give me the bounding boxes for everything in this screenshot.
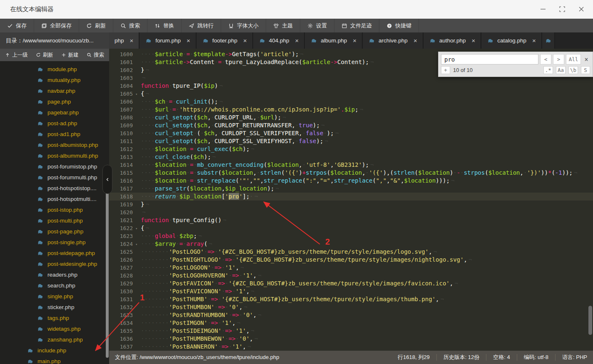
- code-line-1604[interactable]: 1604function·tpure_IP($ip): [109, 82, 593, 90]
- code-line-1633[interactable]: 1633········'PostRANDTHUMBON'·=>·'0',: [109, 311, 593, 319]
- code-line-content[interactable]: {: [138, 224, 149, 232]
- file-item[interactable]: page.php: [0, 96, 109, 107]
- code-line-1616[interactable]: 1616····$location·=·str_replace('"',"",s…: [109, 177, 593, 185]
- tab-author[interactable]: author.php×: [424, 32, 482, 49]
- file-item[interactable]: sticker.php: [0, 302, 109, 312]
- code-line-content[interactable]: ····global·$zbp;: [138, 232, 202, 240]
- code-line-content[interactable]: ········'PostFAVICONON'·=>·'1',: [138, 287, 254, 295]
- file-item[interactable]: module.php: [0, 64, 109, 74]
- code-line-1621[interactable]: 1621function·tpure_Config(): [109, 216, 593, 224]
- code-line-1611[interactable]: 1611····curl_setopt($ch,·CURLOPT_SSL_VER…: [109, 137, 593, 145]
- code-line-content[interactable]: [138, 208, 145, 216]
- code-line-1636[interactable]: 1636········'PostTHUMBNEWON'·=>·'0',: [109, 335, 593, 343]
- file-item[interactable]: single.php: [0, 291, 109, 302]
- file-item[interactable]: post-ad1.php: [0, 129, 109, 139]
- code-line-content[interactable]: }: [138, 66, 149, 74]
- fold-marker-icon[interactable]: ▾: [135, 90, 137, 98]
- file-item[interactable]: main.php: [0, 356, 109, 364]
- file-item[interactable]: post-page.php: [0, 226, 109, 237]
- code-line-content[interactable]: ········'PostRANDTHUMBON'·=>·'0',: [138, 311, 262, 319]
- code-line-content[interactable]: ····$location·=·substr($location,·strlen…: [138, 169, 577, 177]
- sidebar-scrollbar-thumb[interactable]: [106, 173, 109, 358]
- file-item[interactable]: post-single.php: [0, 237, 109, 248]
- fold-marker-icon[interactable]: ▾: [135, 225, 137, 233]
- toolbar-button-save-all[interactable]: 全部保存: [34, 19, 79, 32]
- code-line-1624[interactable]: 1624▾····$array·=·array(: [109, 240, 593, 248]
- search-case-toggle[interactable]: Aa: [556, 66, 566, 74]
- file-item[interactable]: mutuality.php: [0, 74, 109, 85]
- tab-archive[interactable]: archive.php×: [363, 32, 424, 49]
- file-item[interactable]: navbar.php: [0, 85, 109, 96]
- code-line-1627[interactable]: 1627········'PostLOGOON'·=>·'1',: [109, 264, 593, 272]
- sidebar-action-search[interactable]: 搜索: [87, 52, 104, 59]
- tab-overflow[interactable]: [542, 32, 555, 49]
- code-line-content[interactable]: }: [138, 201, 149, 208]
- code-line-content[interactable]: function·tpure_Config(): [138, 216, 226, 224]
- code-line-content[interactable]: ····parse_str($location,$ip_location);: [138, 185, 279, 193]
- code-line-1630[interactable]: 1630········'PostFAVICONON'·=>·'1',: [109, 287, 593, 295]
- toolbar-button-replace[interactable]: 替换: [147, 19, 182, 32]
- tab-album[interactable]: album.php×: [305, 32, 363, 49]
- search-selection-toggle[interactable]: S: [581, 66, 590, 74]
- code-line-1628[interactable]: 1628········'PostLOGOHOVERON'·=>·'1',: [109, 272, 593, 280]
- file-item[interactable]: pagebar.php: [0, 107, 109, 118]
- code-line-content[interactable]: ········'PostFAVICON'·=>·'{#ZC_BLOG_HOST…: [138, 280, 458, 287]
- code-line-1625[interactable]: 1625········'PostLOGO'·=>·'{#ZC_BLOG_HOS…: [109, 248, 593, 256]
- tab-close-icon[interactable]: ×: [187, 37, 190, 44]
- tab-close-icon[interactable]: ×: [532, 37, 536, 44]
- code-line-content[interactable]: ····$location·=·str_replace('"',"",str_r…: [138, 177, 454, 185]
- code-line-1632[interactable]: 1632········'PostTHUMBON'·=>·'0',: [109, 303, 593, 311]
- code-line-content[interactable]: ····curl_setopt($ch,·CURLOPT_RETURNTRANS…: [138, 121, 324, 129]
- code-line-1620[interactable]: 1620: [109, 208, 593, 216]
- file-item[interactable]: post-albumistop.php: [0, 139, 109, 150]
- code-line-1614[interactable]: 1614····$location·=·mb_convert_encoding(…: [109, 161, 593, 169]
- code-line-content[interactable]: ····$location·=·curl_exec($ch);: [138, 145, 254, 153]
- toolbar-button-save[interactable]: 保存: [0, 19, 34, 32]
- sidebar-collapse-handle[interactable]: [102, 165, 112, 194]
- tab-close-icon[interactable]: ×: [353, 37, 356, 44]
- toolbar-button-settings[interactable]: 设置: [300, 19, 334, 32]
- tab-close-icon[interactable]: ×: [130, 37, 134, 44]
- code-line-content[interactable]: ····curl_setopt($ch,·CURLOPT_SSL_VERIFYH…: [138, 137, 328, 145]
- code-line-content[interactable]: ········'PostTHUMBON'·=>·'0',: [138, 303, 247, 311]
- minimize-icon[interactable]: [540, 6, 546, 12]
- code-line-content[interactable]: ····curl_setopt($ch,·CURLOPT_URL,·$url);: [138, 114, 286, 121]
- tab-404[interactable]: 404.php×: [253, 32, 305, 49]
- code-line-1607[interactable]: 1607····$url·=·'https://whois.pconline.c…: [109, 106, 593, 114]
- code-editor[interactable]: 1600····$article·=·$template->GetTags('a…: [109, 49, 593, 351]
- code-line-content[interactable]: ····$ch·=·curl_init();: [138, 98, 223, 106]
- fold-marker-icon[interactable]: ▾: [135, 240, 137, 248]
- editor-scrollbar-thumb[interactable]: [588, 306, 592, 335]
- code-line-content[interactable]: ········'PostIMGON'·=>·'1',: [138, 319, 240, 327]
- file-item[interactable]: post-forumistop.php: [0, 161, 109, 172]
- tab-footer[interactable]: footer.php×: [197, 32, 253, 49]
- code-line-content[interactable]: [138, 74, 145, 82]
- file-item[interactable]: post-hotspotmulti....: [0, 193, 109, 204]
- tab-catalog[interactable]: catalog.php×: [481, 32, 542, 49]
- code-line-1617[interactable]: 1617····parse_str($location,$ip_location…: [109, 185, 593, 193]
- code-line-content[interactable]: ········'PostLOGO'·=>·'{#ZC_BLOG_HOST#}z…: [138, 248, 437, 256]
- file-item[interactable]: post-istop.php: [0, 204, 109, 215]
- code-line-content[interactable]: ········'PostSIDEIMGON'·=>·'1',: [138, 327, 254, 335]
- search-close-icon[interactable]: ×: [583, 54, 590, 64]
- search-all-button[interactable]: All: [566, 54, 581, 64]
- file-item[interactable]: search.php: [0, 280, 109, 291]
- code-line-content[interactable]: ····$article·=·$template->GetTags('artic…: [138, 50, 304, 58]
- code-line-content[interactable]: ····$location·=·mb_convert_encoding($loc…: [138, 161, 374, 169]
- tab-close-icon[interactable]: ×: [471, 37, 475, 44]
- code-line-1637[interactable]: 1637········'PostBANNERON'·=>·'1',: [109, 343, 593, 351]
- search-word-toggle[interactable]: \b: [568, 66, 578, 74]
- toolbar-button-goto-line[interactable]: 跳转行: [182, 19, 221, 32]
- code-line-1635[interactable]: 1635········'PostSIDEIMGON'·=>·'1',: [109, 327, 593, 335]
- code-line-1619[interactable]: 1619}: [109, 201, 593, 208]
- code-line-1605[interactable]: 1605▾{: [109, 90, 593, 98]
- code-line-1612[interactable]: 1612····$location·=·curl_exec($ch);: [109, 145, 593, 153]
- tab-close-icon[interactable]: ×: [295, 37, 299, 44]
- code-line-content[interactable]: {: [138, 90, 149, 98]
- file-item[interactable]: widetags.php: [0, 323, 109, 334]
- file-item[interactable]: post-forummulti.php: [0, 172, 109, 183]
- code-line-content[interactable]: ········'PostNIGHTLOGO'·=>·'{#ZC_BLOG_HO…: [138, 256, 472, 264]
- toolbar-button-shortcuts[interactable]: ?快捷键: [379, 19, 419, 32]
- sidebar-action-refresh[interactable]: 刷新: [36, 52, 53, 59]
- file-item[interactable]: post-albummulti.php: [0, 150, 109, 161]
